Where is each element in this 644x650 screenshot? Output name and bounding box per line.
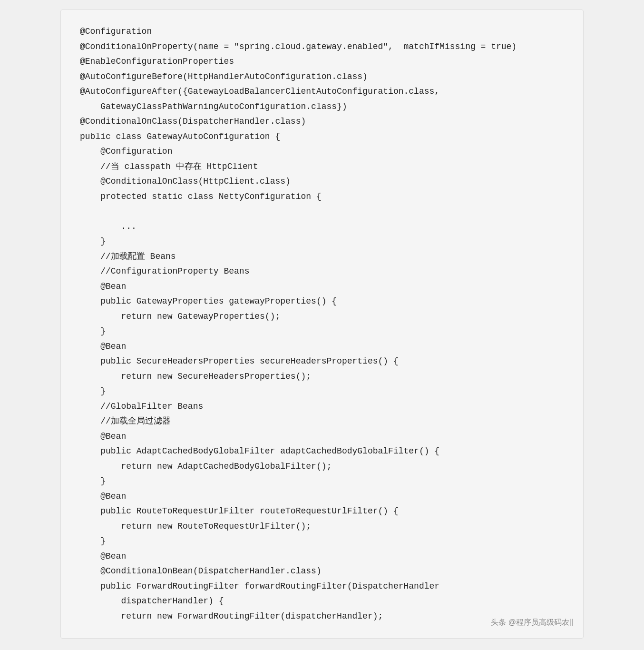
code-line: } xyxy=(80,474,564,489)
code-line: return new RouteToRequestUrlFilter(); xyxy=(80,519,564,534)
code-line: dispatcherHandler) { xyxy=(80,594,564,609)
code-line: //GlobalFilter Beans xyxy=(80,399,564,414)
code-line: @Bean xyxy=(80,549,564,564)
code-line: @ConditionalOnBean(DispatcherHandler.cla… xyxy=(80,564,564,579)
code-line: public GatewayProperties gatewayProperti… xyxy=(80,294,564,309)
code-line: @Configuration xyxy=(80,144,564,159)
code-line: } xyxy=(80,534,564,549)
code-line: //当 classpath 中存在 HttpClient xyxy=(80,159,564,175)
code-line: public SecureHeadersProperties secureHea… xyxy=(80,354,564,369)
code-block: @Configuration@ConditionalOnProperty(nam… xyxy=(80,24,564,624)
code-line: @ConditionalOnClass(DispatcherHandler.cl… xyxy=(80,114,564,129)
code-line: //加载配置 Beans xyxy=(80,249,564,265)
code-line: return new SecureHeadersProperties(); xyxy=(80,369,564,384)
code-line: } xyxy=(80,384,564,399)
code-line: ... xyxy=(80,219,564,235)
code-line: } xyxy=(80,234,564,249)
code-line: //ConfigurationProperty Beans xyxy=(80,264,564,279)
code-line: public RouteToRequestUrlFilter routeToRe… xyxy=(80,504,564,519)
code-line: protected static class NettyConfiguratio… xyxy=(80,189,564,205)
code-line: @EnableConfigurationProperties xyxy=(80,54,564,69)
code-line: public ForwardRoutingFilter forwardRouti… xyxy=(80,579,564,594)
code-line: @AutoConfigureAfter({GatewayLoadBalancer… xyxy=(80,84,564,99)
code-line: @Configuration xyxy=(80,24,564,39)
code-line: @Bean xyxy=(80,279,564,295)
code-line: } xyxy=(80,324,564,339)
code-line: @ConditionalOnClass(HttpClient.class) xyxy=(80,174,564,189)
code-line: @Bean xyxy=(80,339,564,355)
code-container: @Configuration@ConditionalOnProperty(nam… xyxy=(60,10,584,639)
code-line: GatewayClassPathWarningAutoConfiguration… xyxy=(80,99,564,115)
code-line: @Bean xyxy=(80,489,564,504)
code-line: //加载全局过滤器 xyxy=(80,414,564,429)
code-line: @Bean xyxy=(80,429,564,444)
code-line xyxy=(80,204,564,219)
code-line: @ConditionalOnProperty(name = "spring.cl… xyxy=(80,39,564,55)
code-line: return new GatewayProperties(); xyxy=(80,309,564,325)
code-line: public class GatewayAutoConfiguration { xyxy=(80,129,564,145)
watermark: 头条 @程序员高级码农‖ xyxy=(491,616,574,629)
code-line: public AdaptCachedBodyGlobalFilter adapt… xyxy=(80,444,564,459)
code-line: @AutoConfigureBefore(HttpHandlerAutoConf… xyxy=(80,69,564,85)
code-line: return new AdaptCachedBodyGlobalFilter()… xyxy=(80,459,564,474)
